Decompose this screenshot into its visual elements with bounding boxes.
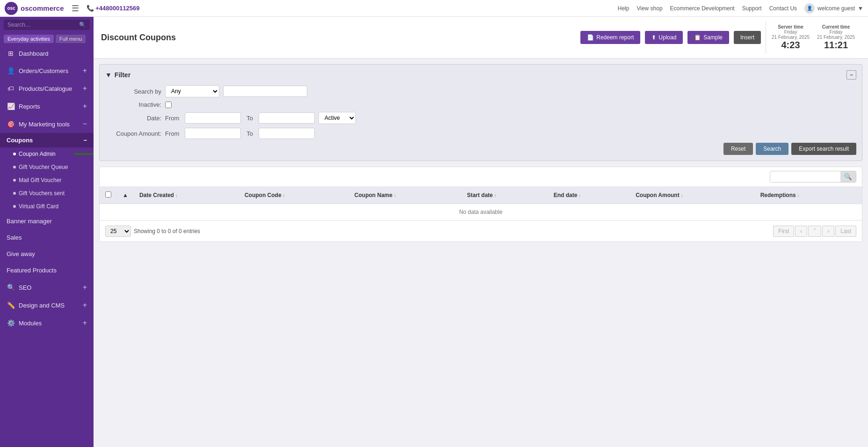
col-sort[interactable]: ▲	[117, 187, 134, 204]
sidebar-item-orders[interactable]: 👤 Orders/Customers +	[0, 62, 94, 80]
gift-vouchers-sent-label: Gift Vouchers sent	[19, 190, 65, 197]
sidebar-item-label: Dashboard	[19, 50, 49, 57]
col-date-created[interactable]: Date Created	[134, 187, 239, 204]
date-to-input[interactable]	[259, 112, 315, 124]
filter-row-search-by: Search by Any Coupon Code Coupon Name	[105, 85, 856, 97]
page-size-select[interactable]: 25 10 50 100	[105, 226, 131, 237]
sidebar-item-products[interactable]: 🏷 Products/Catalogue +	[0, 80, 94, 97]
first-page-button[interactable]: First	[773, 226, 794, 237]
sidebar-item-featured-products[interactable]: Featured Products	[0, 262, 94, 278]
banner-manager-label: Banner manager	[7, 218, 52, 225]
sort-icon: ▲	[123, 192, 128, 198]
sidebar-item-give-away[interactable]: Give away	[0, 246, 94, 262]
sample-icon: 📋	[694, 34, 701, 41]
current-time-label: Current time	[817, 24, 855, 29]
col-coupon-amount[interactable]: Coupon Amount	[630, 187, 755, 204]
redeem-report-button[interactable]: 📄 Redeem report	[580, 31, 640, 44]
col-start-date[interactable]: Start date	[461, 187, 548, 204]
page-info: Showing 0 to 0 of 0 entries	[134, 228, 770, 234]
sidebar-subitem-gift-vouchers-sent[interactable]: Gift Vouchers sent	[0, 187, 94, 200]
products-expand-icon: +	[83, 84, 87, 93]
filter-row-coupon-amount: Coupon Amount: From To	[105, 128, 856, 139]
upload-button[interactable]: ⬆ Upload	[645, 31, 683, 44]
main-layout: 🔍 Everyday activities Full menu ⊞ Dashbo…	[0, 17, 868, 447]
sidebar-item-seo[interactable]: 🔍 SEO +	[0, 278, 94, 296]
mail-gift-voucher-dot	[13, 179, 16, 182]
help-link[interactable]: Help	[618, 5, 629, 12]
insert-button[interactable]: Insert	[734, 31, 761, 44]
full-menu-tab[interactable]: Full menu	[56, 35, 86, 43]
table-section: 🔍 ▲ Date Created Coupon Code Coupon Nam	[99, 167, 862, 242]
table-search-input[interactable]	[770, 172, 840, 182]
sidebar-subitem-mail-gift-voucher[interactable]: Mail Gift Voucher	[0, 174, 94, 187]
contact-us-link[interactable]: Contact Us	[769, 5, 797, 12]
date-from-input[interactable]	[185, 112, 241, 124]
sidebar-item-dashboard[interactable]: ⊞ Dashboard	[0, 45, 94, 62]
server-time-label: Server time	[772, 24, 810, 29]
sidebar-search[interactable]: 🔍	[4, 20, 90, 30]
inactive-label: Inactive:	[105, 101, 161, 108]
sample-button[interactable]: 📋 Sample	[687, 31, 729, 44]
amount-from-input[interactable]	[185, 128, 241, 139]
ecommerce-dev-link[interactable]: Ecommerce Development	[670, 5, 735, 12]
table-search-box: 🔍	[770, 171, 856, 183]
export-button[interactable]: Export search result	[791, 143, 856, 155]
user-area[interactable]: 👤 welcome guest ▼	[804, 3, 863, 14]
support-link[interactable]: Support	[742, 5, 762, 12]
gift-voucher-queue-label: Gift Voucher Queue	[19, 164, 68, 170]
no-data-cell: No data available	[100, 204, 862, 220]
reports-expand-icon: +	[83, 102, 87, 110]
inactive-checkbox[interactable]	[165, 102, 172, 108]
table-search-button[interactable]: 🔍	[840, 171, 856, 182]
next-page-button[interactable]: ›	[822, 226, 834, 237]
col-coupon-name[interactable]: Coupon Name	[349, 187, 462, 204]
everyday-activities-tab[interactable]: Everyday activities	[4, 35, 54, 43]
search-button[interactable]: Search	[756, 143, 788, 155]
filter-row-inactive: Inactive:	[105, 101, 856, 108]
coupons-table: ▲ Date Created Coupon Code Coupon Name S…	[100, 187, 862, 220]
phone-nav: 📞 +448000112569	[87, 5, 140, 12]
search-input[interactable]	[7, 22, 77, 28]
filter-collapse-button[interactable]: −	[846, 70, 856, 80]
col-checkbox[interactable]	[100, 187, 117, 204]
current-time-day: Friday	[817, 29, 855, 35]
dashboard-icon: ⊞	[7, 50, 15, 57]
last-page-button[interactable]: Last	[835, 226, 856, 237]
nav-links: Help View shop Ecommerce Development Sup…	[618, 3, 863, 14]
modules-expand-icon: +	[83, 319, 87, 327]
hamburger-icon[interactable]: ☰	[72, 3, 79, 14]
reset-button[interactable]: Reset	[723, 143, 753, 155]
sidebar-item-design-cms[interactable]: ✏️ Design and CMS +	[0, 296, 94, 314]
sidebar-item-marketing[interactable]: 🎯 My Marketing tools −	[0, 115, 94, 133]
sidebar-subitem-virtual-gift-card[interactable]: Virtual Gift Card	[0, 200, 94, 213]
search-by-select[interactable]: Any Coupon Code Coupon Name	[165, 85, 219, 97]
amount-to-input[interactable]	[259, 128, 315, 139]
sidebar-section-coupons[interactable]: Coupons −	[0, 133, 94, 147]
sidebar-item-sales[interactable]: Sales	[0, 229, 94, 246]
search-by-input[interactable]	[223, 86, 307, 97]
sidebar-item-modules[interactable]: ⚙️ Modules +	[0, 314, 94, 332]
modules-icon: ⚙️	[7, 319, 15, 327]
page-dropdown-button[interactable]: ˅	[808, 226, 821, 237]
coupon-admin-label: Coupon Admin	[19, 151, 56, 157]
products-icon: 🏷	[7, 85, 15, 92]
sidebar-item-reports[interactable]: 📈 Reports +	[0, 97, 94, 115]
prev-page-button[interactable]: ‹	[795, 226, 807, 237]
view-shop-link[interactable]: View shop	[637, 5, 662, 12]
current-time-date: 21 February, 2025	[817, 35, 855, 40]
filter-row-date: Date: From To Active Inactive	[105, 112, 856, 124]
col-end-date[interactable]: End date	[548, 187, 630, 204]
pagination: 25 10 50 100 Showing 0 to 0 of 0 entries…	[100, 220, 862, 242]
filter-title: ▼ Filter	[105, 71, 130, 79]
col-redemptions[interactable]: Redemptions	[755, 187, 862, 204]
sidebar-item-banner-manager[interactable]: Banner manager	[0, 213, 94, 229]
reports-icon: 📈	[7, 103, 15, 110]
sidebar-subitem-gift-voucher-queue[interactable]: Gift Voucher Queue	[0, 161, 94, 174]
gift-vouchers-sent-dot	[13, 192, 16, 195]
coupons-label: Coupons	[7, 137, 33, 144]
status-select[interactable]: Active Inactive	[318, 112, 356, 124]
server-time-block: Server time Friday 21 February, 2025 4:2…	[772, 24, 810, 51]
select-all-checkbox[interactable]	[105, 191, 111, 198]
to-label: To	[246, 115, 253, 122]
col-coupon-code[interactable]: Coupon Code	[239, 187, 349, 204]
